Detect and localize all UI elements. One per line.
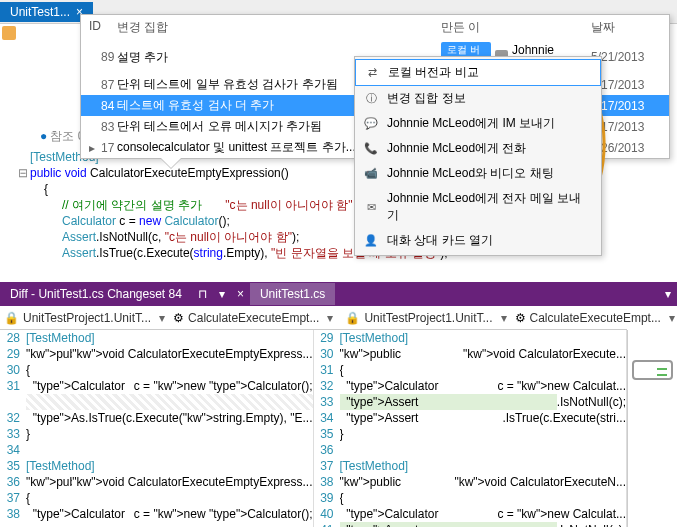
line-number: 31: [314, 362, 340, 378]
code-line: 29"kw">public "kw">void CalculatorExecut…: [0, 346, 313, 362]
string-literal: "c는 null이 아니어야 함": [222, 198, 353, 212]
context-menu-item[interactable]: 💬Johnnie McLeod에게 IM 보내기: [355, 111, 601, 136]
line-number: 36: [314, 442, 340, 458]
context-menu-item[interactable]: 📹Johnnie McLeod와 비디오 채팅: [355, 161, 601, 186]
code-line: 39{: [314, 490, 627, 506]
line-number: 37: [314, 458, 340, 474]
lock-icon: 🔒: [345, 311, 360, 325]
diff-tab-secondary[interactable]: UnitTest1.cs: [250, 283, 335, 305]
crumb-project[interactable]: UnitTestProject1.UnitT...: [364, 311, 492, 325]
code-line: 41 "type">Assert.IsNotNull(c);: [314, 522, 627, 527]
code-line: 34: [0, 442, 313, 458]
line-number: 32: [0, 410, 26, 426]
right-breadcrumb: 🔒 UnitTestProject1.UnitT... ▾ ⚙ Calculat…: [341, 306, 677, 329]
code-text: [TestMethod]: [26, 330, 313, 346]
context-menu-item[interactable]: 👤대화 상대 카드 열기: [355, 228, 601, 253]
crumb-method[interactable]: CalculateExecuteEmpt...: [530, 311, 661, 325]
diff-tab-active[interactable]: Diff - UnitTest1.cs Changeset 84: [0, 283, 192, 305]
code-line: 31 "type">Calculator c = "kw">new "type"…: [0, 378, 313, 394]
code-text: );: [292, 230, 299, 244]
left-breadcrumb: 🔒 UnitTestProject1.UnitT... ▾ ⚙ Calculat…: [0, 306, 341, 329]
code-text: "type">Calculator: [340, 506, 495, 522]
menu-item-label: 대화 상대 카드 열기: [387, 232, 493, 249]
menu-item-label: Johnnie McLeod에게 전자 메일 보내기: [387, 190, 593, 224]
col-date[interactable]: 날짜: [591, 19, 661, 36]
col-name[interactable]: 변경 집합: [117, 19, 441, 36]
code-text: {: [340, 490, 627, 506]
expand-icon[interactable]: ▸: [89, 141, 101, 155]
line-number: 38: [0, 506, 26, 522]
reference-indicator: ●: [40, 129, 47, 143]
pin-icon[interactable]: ⊓: [192, 287, 213, 301]
context-menu-item[interactable]: ✉Johnnie McLeod에게 전자 메일 보내기: [355, 186, 601, 228]
menu-item-icon: ⇄: [364, 65, 380, 81]
context-menu-item[interactable]: ⇄로컬 버전과 비교: [355, 59, 601, 86]
code-text: {: [26, 490, 313, 506]
chevron-down-icon[interactable]: ▾: [659, 287, 677, 301]
menu-item-icon: 📹: [363, 166, 379, 182]
change-marker: [657, 368, 667, 370]
code-text: {: [340, 362, 627, 378]
col-id[interactable]: ID: [89, 19, 117, 36]
close-icon[interactable]: ×: [231, 287, 250, 301]
overview-ruler[interactable]: [627, 330, 677, 527]
outline-collapse-icon[interactable]: ⊟: [18, 165, 30, 181]
line-number: 33: [0, 426, 26, 442]
menu-item-label: 로컬 버전과 비교: [388, 64, 479, 81]
changeset-id: ▸17: [89, 141, 117, 155]
code-text: "type">Calculator: [340, 378, 495, 394]
crumb-project[interactable]: UnitTestProject1.UnitT...: [23, 311, 151, 325]
code-line: 29[TestMethod]: [314, 330, 627, 346]
code-line: 34 "type">Assert.IsTrue(c.Execute(stri..…: [314, 410, 627, 426]
line-number: 40: [314, 506, 340, 522]
chevron-down-icon[interactable]: ▾: [501, 311, 507, 325]
lock-icon: 🔒: [4, 311, 19, 325]
type: Calculator: [161, 214, 218, 228]
context-menu-item[interactable]: 📞Johnnie McLeod에게 전화: [355, 136, 601, 161]
code-line: 36"kw">public "kw">void CalculatorExecut…: [0, 474, 313, 490]
code-text: "kw">public: [26, 346, 72, 362]
line-number: 41: [314, 522, 340, 527]
code-line: 37{: [0, 490, 313, 506]
line-number: 30: [314, 346, 340, 362]
code-text: "kw">public: [26, 474, 72, 490]
method-icon: ⚙: [173, 311, 184, 325]
menu-item-label: Johnnie McLeod에게 IM 보내기: [387, 115, 555, 132]
col-author[interactable]: 만든 이: [441, 19, 591, 36]
diff-tab-strip: Diff - UnitTest1.cs Changeset 84 ⊓ ▾ × U…: [0, 282, 677, 306]
diff-pane-right[interactable]: 29[TestMethod]30"kw">public "kw">void Ca…: [314, 330, 628, 527]
code-text: "type">Assert: [340, 410, 503, 426]
code-line: 37[TestMethod]: [314, 458, 627, 474]
chevron-down-icon[interactable]: ▾: [327, 311, 333, 325]
line-number: 36: [0, 474, 26, 490]
code-text: [TestMethod]: [26, 458, 313, 474]
code-text: .IsNotNull(c,: [96, 230, 165, 244]
code-line: 33}: [0, 426, 313, 442]
line-number: 29: [0, 346, 26, 362]
line-number: 33: [314, 394, 340, 410]
code-text: "type">Calculator: [26, 506, 130, 522]
viewport-indicator[interactable]: [632, 360, 673, 380]
breakpoint-icon[interactable]: [2, 26, 16, 40]
crumb-method[interactable]: CalculateExecuteEmpt...: [188, 311, 319, 325]
code-text: "kw">public: [340, 346, 464, 362]
dropdown-icon[interactable]: ▾: [213, 287, 231, 301]
menu-item-icon: 📞: [363, 141, 379, 157]
code-text: }: [340, 426, 627, 442]
menu-item-label: Johnnie McLeod와 비디오 채팅: [387, 165, 554, 182]
code-text: "type">Calculator: [26, 378, 130, 394]
code-text: [26, 442, 313, 458]
diff-breadcrumbs: 🔒 UnitTestProject1.UnitT... ▾ ⚙ Calculat…: [0, 306, 627, 330]
code-line: 35[TestMethod]: [0, 458, 313, 474]
context-menu-item[interactable]: ⓘ변경 집합 정보: [355, 86, 601, 111]
chevron-down-icon[interactable]: ▾: [159, 311, 165, 325]
type: Assert: [62, 246, 96, 260]
code-line: 30{: [0, 362, 313, 378]
line-number: 29: [314, 330, 340, 346]
chevron-down-icon[interactable]: ▾: [669, 311, 675, 325]
line-number: 38: [314, 474, 340, 490]
diff-pane-left[interactable]: 28[TestMethod]29"kw">public "kw">void Ca…: [0, 330, 314, 527]
line-number: 34: [0, 442, 26, 458]
code-line: 35}: [314, 426, 627, 442]
code-line: 33 "type">Assert.IsNotNull(c);: [314, 394, 627, 410]
